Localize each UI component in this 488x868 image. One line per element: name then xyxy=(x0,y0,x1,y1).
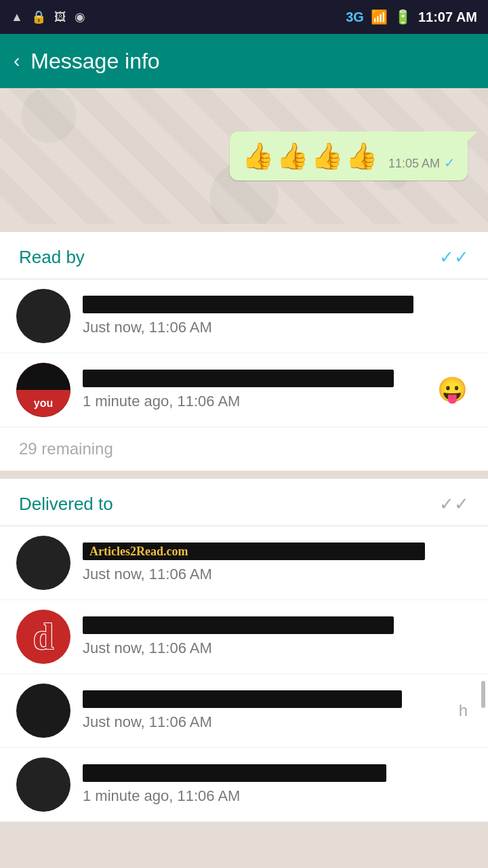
contact-name-redacted-d3 xyxy=(83,690,402,708)
image-icon: 🖼 xyxy=(54,10,66,24)
status-right: 3G 📶 🔋 11:07 AM xyxy=(346,9,477,25)
delivered-section: Delivered to ✓✓ Articles2Read.com Just n… xyxy=(0,479,488,822)
contact-info-2: 1 minute ago, 11:06 AM xyxy=(83,370,472,410)
back-button[interactable]: ‹ xyxy=(14,50,20,72)
contact-time-d4: 1 minute ago, 11:06 AM xyxy=(83,787,240,804)
delivered-header: Delivered to ✓✓ xyxy=(0,479,488,526)
avatar-d4 xyxy=(16,757,70,812)
delivered-check-icon: ✓✓ xyxy=(439,494,469,515)
contact-time-1: Just now, 11:06 AM xyxy=(83,319,212,336)
chat-background: 👍👍👍👍 11:05 AM ✓ xyxy=(0,88,488,224)
watermark-label: Articles2Read.com xyxy=(89,545,188,559)
avatar-d2: d xyxy=(16,610,70,664)
read-by-section: Read by ✓✓ Just now, 11:06 AM you 1 minu… xyxy=(0,232,488,471)
header: ‹ Message info xyxy=(0,34,488,88)
avatar-2: you xyxy=(16,363,70,417)
network-label: 3G xyxy=(346,9,364,25)
contact-time-2: 1 minute ago, 11:06 AM xyxy=(83,393,240,410)
contact-name-redacted-d2 xyxy=(83,616,394,634)
reaction-emoji: 😛 xyxy=(437,376,468,404)
contact-info-d1: Articles2Read.com Just now, 11:06 AM xyxy=(83,542,472,583)
delivered-entry-3[interactable]: Just now, 11:06 AM h xyxy=(0,674,488,748)
side-label-h: h xyxy=(459,701,468,720)
contact-time-d1: Just now, 11:06 AM xyxy=(83,566,212,583)
read-entry-2[interactable]: you 1 minute ago, 11:06 AM 😛 xyxy=(0,353,488,427)
delivered-entry-4[interactable]: 1 minute ago, 11:06 AM xyxy=(0,748,488,822)
circle-icon: ◉ xyxy=(75,9,85,24)
status-bar: ▲ 🔒 🖼 ◉ 3G 📶 🔋 11:07 AM xyxy=(0,0,488,34)
contact-info-d3: Just now, 11:06 AM xyxy=(83,690,472,731)
read-by-title: Read by xyxy=(19,247,85,268)
avatar-1 xyxy=(16,289,70,343)
contact-time-d3: Just now, 11:06 AM xyxy=(83,713,212,730)
read-entry-1[interactable]: Just now, 11:06 AM xyxy=(0,279,488,353)
delivered-entry-2[interactable]: d Just now, 11:06 AM xyxy=(0,600,488,674)
avatar-d3 xyxy=(16,684,70,738)
delivered-entry-1[interactable]: Articles2Read.com Just now, 11:06 AM xyxy=(0,526,488,600)
contact-name-redacted-d4 xyxy=(83,764,386,782)
message-check-icon: ✓ xyxy=(444,155,455,171)
remaining-label: 29 remaining xyxy=(0,427,488,471)
scroll-indicator[interactable] xyxy=(481,681,485,708)
signal-bars-icon: 📶 xyxy=(371,9,388,25)
delivered-title: Delivered to xyxy=(19,494,113,515)
read-by-header: Read by ✓✓ xyxy=(0,232,488,279)
lock-icon: 🔒 xyxy=(31,9,46,24)
page-title: Message info xyxy=(30,49,159,74)
bubble-meta: 11:05 AM ✓ xyxy=(388,155,455,171)
message-time: 11:05 AM xyxy=(388,157,440,171)
contact-name-redacted-1 xyxy=(83,296,413,313)
contact-time-d2: Just now, 11:06 AM xyxy=(83,639,212,656)
battery-icon: 🔋 xyxy=(394,9,411,25)
contact-info-1: Just now, 11:06 AM xyxy=(83,296,472,336)
contact-info-d4: 1 minute ago, 11:06 AM xyxy=(83,764,472,805)
status-time: 11:07 AM xyxy=(418,9,477,25)
contact-name-redacted-2 xyxy=(83,370,394,387)
contact-info-d2: Just now, 11:06 AM xyxy=(83,616,472,657)
read-check-icon: ✓✓ xyxy=(439,247,469,268)
avatar-d1 xyxy=(16,536,70,590)
message-bubble: 👍👍👍👍 11:05 AM ✓ xyxy=(230,132,468,180)
message-emojis: 👍👍👍👍 xyxy=(242,141,380,171)
status-left-icons: ▲ 🔒 🖼 ◉ xyxy=(11,9,85,24)
signal-icon: ▲ xyxy=(11,10,23,24)
